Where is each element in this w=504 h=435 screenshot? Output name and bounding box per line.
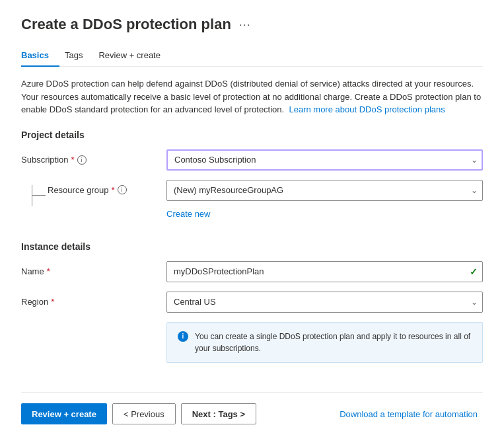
tabs-row: Basics Tags Review + create <box>21 45 483 67</box>
tab-tags[interactable]: Tags <box>65 45 93 67</box>
name-label: Name <box>21 266 44 276</box>
ellipsis-menu-icon[interactable]: ··· <box>239 18 251 32</box>
subscription-row: Subscription * i Contoso Subscription ⌄ <box>21 149 483 171</box>
tab-basics[interactable]: Basics <box>21 45 59 67</box>
instance-details-title: Instance details <box>21 241 483 252</box>
resource-group-info-icon[interactable]: i <box>118 185 127 194</box>
resource-group-indent <box>21 180 48 206</box>
resource-group-label: Resource group <box>48 185 109 195</box>
region-row: Region * Central US ⌄ <box>21 292 483 313</box>
bottom-bar: Review + create < Previous Next : Tags >… <box>21 392 483 435</box>
resource-group-required: * <box>112 185 115 195</box>
instance-details-section: Instance details Name * ✓ Region * <box>21 241 483 363</box>
download-template-link[interactable]: Download a template for automation <box>334 405 483 424</box>
subscription-label: Subscription <box>21 155 69 165</box>
project-details-title: Project details <box>21 130 483 140</box>
name-input-wrapper: ✓ <box>166 261 483 282</box>
project-details-section: Project details Subscription * i Contoso… <box>21 130 483 228</box>
info-box-text: You can create a single DDoS protection … <box>195 331 472 354</box>
description-text: Azure DDoS protection can help defend ag… <box>21 77 483 116</box>
resource-group-label-area: Resource group * i <box>48 180 166 195</box>
next-button[interactable]: Next : Tags > <box>181 403 256 424</box>
region-label: Region <box>21 297 48 307</box>
info-box: i You can create a single DDoS protectio… <box>166 322 483 363</box>
previous-button[interactable]: < Previous <box>112 403 176 424</box>
region-select[interactable]: Central US <box>166 292 483 313</box>
resource-group-row: Resource group * i (New) myResourceGroup… <box>21 180 483 206</box>
page-title: Create a DDoS protection plan <box>21 16 231 33</box>
name-row: Name * ✓ <box>21 261 483 282</box>
resource-group-select[interactable]: (New) myResourceGroupAG <box>166 180 483 201</box>
create-new-link[interactable]: Create new <box>166 209 483 219</box>
subscription-select[interactable]: Contoso Subscription <box>166 149 483 171</box>
subscription-info-icon[interactable]: i <box>77 155 87 165</box>
subscription-required: * <box>71 155 75 165</box>
tab-review-create[interactable]: Review + create <box>98 45 171 67</box>
learn-more-link[interactable]: Learn more about DDoS protection plans <box>289 104 445 114</box>
subscription-select-wrapper: Contoso Subscription ⌄ <box>166 149 483 171</box>
info-box-icon: i <box>178 331 188 342</box>
name-input[interactable] <box>166 261 483 282</box>
region-select-wrapper: Central US ⌄ <box>166 292 483 313</box>
review-create-button[interactable]: Review + create <box>21 403 107 424</box>
region-required: * <box>51 297 54 307</box>
name-required: * <box>47 266 50 276</box>
resource-group-select-wrapper: (New) myResourceGroupAG ⌄ <box>166 180 483 201</box>
